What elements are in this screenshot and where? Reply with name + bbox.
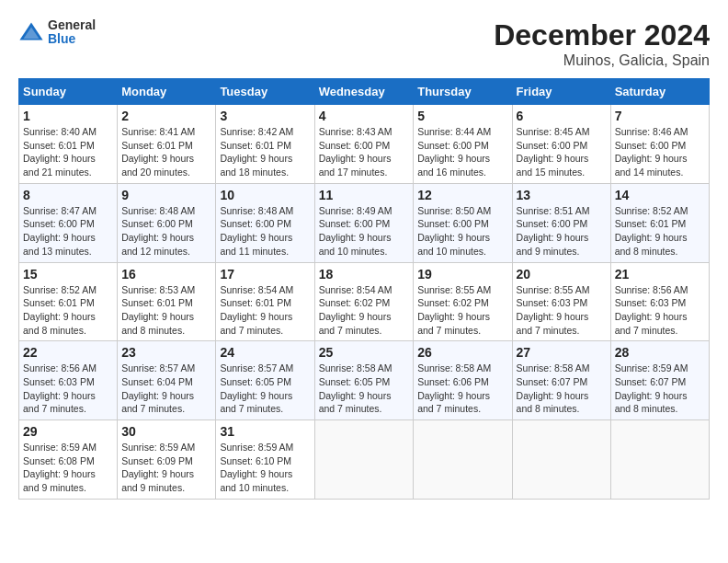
calendar-cell: 6 Sunrise: 8:45 AM Sunset: 6:00 PM Dayli… bbox=[512, 105, 610, 184]
sunrise-label: Sunrise: 8:54 AM bbox=[319, 284, 392, 295]
sunrise-label: Sunrise: 8:55 AM bbox=[517, 284, 590, 295]
day-number: 30 bbox=[121, 424, 211, 439]
sunrise-label: Sunrise: 8:50 AM bbox=[417, 205, 491, 216]
sunrise-label: Sunrise: 8:52 AM bbox=[615, 205, 688, 216]
calendar-cell bbox=[512, 420, 610, 500]
col-monday: Monday bbox=[118, 79, 216, 105]
daylight-label: Daylight: 9 hours and 7 minutes. bbox=[220, 311, 292, 336]
daylight-label: Daylight: 9 hours and 12 minutes. bbox=[121, 232, 194, 257]
col-tuesday: Tuesday bbox=[216, 79, 314, 105]
sunset-label: Sunset: 6:00 PM bbox=[517, 140, 588, 151]
calendar-cell: 29 Sunrise: 8:59 AM Sunset: 6:08 PM Dayl… bbox=[19, 420, 118, 500]
day-info: Sunrise: 8:48 AM Sunset: 6:00 PM Dayligh… bbox=[220, 204, 310, 259]
calendar-cell: 3 Sunrise: 8:42 AM Sunset: 6:01 PM Dayli… bbox=[216, 105, 314, 184]
calendar-cell: 2 Sunrise: 8:41 AM Sunset: 6:01 PM Dayli… bbox=[118, 105, 216, 184]
calendar-cell: 11 Sunrise: 8:49 AM Sunset: 6:00 PM Dayl… bbox=[314, 183, 414, 262]
calendar-cell: 28 Sunrise: 8:59 AM Sunset: 6:07 PM Dayl… bbox=[610, 341, 709, 420]
day-info: Sunrise: 8:59 AM Sunset: 6:10 PM Dayligh… bbox=[220, 441, 310, 495]
day-info: Sunrise: 8:58 AM Sunset: 6:05 PM Dayligh… bbox=[319, 362, 410, 416]
day-info: Sunrise: 8:55 AM Sunset: 6:02 PM Dayligh… bbox=[417, 283, 507, 338]
sunrise-label: Sunrise: 8:58 AM bbox=[417, 362, 491, 373]
day-number: 1 bbox=[23, 109, 113, 123]
day-info: Sunrise: 8:56 AM Sunset: 6:03 PM Dayligh… bbox=[615, 283, 705, 338]
sunset-label: Sunset: 6:00 PM bbox=[220, 218, 291, 229]
day-number: 22 bbox=[23, 345, 113, 360]
day-info: Sunrise: 8:56 AM Sunset: 6:03 PM Dayligh… bbox=[23, 362, 113, 416]
sunset-label: Sunset: 6:01 PM bbox=[220, 140, 291, 151]
sunset-label: Sunset: 6:00 PM bbox=[23, 218, 95, 229]
day-number: 29 bbox=[23, 424, 113, 439]
day-number: 2 bbox=[121, 109, 211, 123]
calendar-cell: 1 Sunrise: 8:40 AM Sunset: 6:01 PM Dayli… bbox=[19, 105, 118, 184]
daylight-label: Daylight: 9 hours and 10 minutes. bbox=[417, 232, 490, 257]
daylight-label: Daylight: 9 hours and 9 minutes. bbox=[23, 468, 96, 493]
sunset-label: Sunset: 6:03 PM bbox=[517, 297, 588, 308]
calendar-cell: 17 Sunrise: 8:54 AM Sunset: 6:01 PM Dayl… bbox=[216, 262, 314, 341]
daylight-label: Daylight: 9 hours and 7 minutes. bbox=[615, 311, 688, 336]
day-info: Sunrise: 8:41 AM Sunset: 6:01 PM Dayligh… bbox=[121, 125, 211, 179]
calendar-cell bbox=[314, 420, 414, 500]
sunset-label: Sunset: 6:08 PM bbox=[23, 455, 95, 466]
day-info: Sunrise: 8:45 AM Sunset: 6:00 PM Dayligh… bbox=[517, 125, 607, 179]
day-number: 5 bbox=[417, 109, 507, 123]
logo-general: General bbox=[48, 18, 96, 32]
sunrise-label: Sunrise: 8:44 AM bbox=[417, 126, 491, 137]
logo-text: General Blue bbox=[48, 18, 96, 47]
day-number: 28 bbox=[615, 345, 705, 360]
daylight-label: Daylight: 9 hours and 7 minutes. bbox=[517, 311, 589, 336]
day-info: Sunrise: 8:55 AM Sunset: 6:03 PM Dayligh… bbox=[517, 283, 607, 338]
daylight-label: Daylight: 9 hours and 10 minutes. bbox=[319, 232, 392, 257]
day-info: Sunrise: 8:52 AM Sunset: 6:01 PM Dayligh… bbox=[23, 283, 113, 338]
day-number: 8 bbox=[23, 188, 113, 202]
day-number: 24 bbox=[220, 345, 310, 360]
sunset-label: Sunset: 6:01 PM bbox=[615, 218, 687, 229]
day-number: 31 bbox=[220, 424, 310, 439]
sunrise-label: Sunrise: 8:41 AM bbox=[121, 126, 195, 137]
day-info: Sunrise: 8:51 AM Sunset: 6:00 PM Dayligh… bbox=[517, 204, 607, 259]
day-number: 7 bbox=[615, 109, 705, 123]
calendar-week-row: 15 Sunrise: 8:52 AM Sunset: 6:01 PM Dayl… bbox=[19, 262, 710, 341]
calendar-cell: 22 Sunrise: 8:56 AM Sunset: 6:03 PM Dayl… bbox=[19, 341, 118, 420]
title-block: December 2024 Muinos, Galicia, Spain bbox=[494, 18, 710, 69]
daylight-label: Daylight: 9 hours and 8 minutes. bbox=[23, 311, 96, 336]
day-info: Sunrise: 8:59 AM Sunset: 6:09 PM Dayligh… bbox=[121, 441, 211, 495]
day-number: 16 bbox=[121, 267, 211, 282]
daylight-label: Daylight: 9 hours and 7 minutes. bbox=[121, 390, 194, 415]
sunset-label: Sunset: 6:00 PM bbox=[615, 140, 687, 151]
daylight-label: Daylight: 9 hours and 15 minutes. bbox=[517, 153, 589, 178]
sunrise-label: Sunrise: 8:59 AM bbox=[23, 442, 97, 453]
calendar-cell: 10 Sunrise: 8:48 AM Sunset: 6:00 PM Dayl… bbox=[216, 183, 314, 262]
sunset-label: Sunset: 6:05 PM bbox=[319, 376, 391, 387]
day-info: Sunrise: 8:59 AM Sunset: 6:08 PM Dayligh… bbox=[23, 441, 113, 495]
day-info: Sunrise: 8:49 AM Sunset: 6:00 PM Dayligh… bbox=[319, 204, 410, 259]
daylight-label: Daylight: 9 hours and 7 minutes. bbox=[319, 311, 392, 336]
day-info: Sunrise: 8:46 AM Sunset: 6:00 PM Dayligh… bbox=[615, 125, 705, 179]
col-sunday: Sunday bbox=[19, 79, 118, 105]
day-number: 23 bbox=[121, 345, 211, 360]
day-info: Sunrise: 8:54 AM Sunset: 6:02 PM Dayligh… bbox=[319, 283, 410, 338]
sunset-label: Sunset: 6:02 PM bbox=[319, 297, 391, 308]
sunset-label: Sunset: 6:09 PM bbox=[121, 455, 193, 466]
calendar-week-row: 29 Sunrise: 8:59 AM Sunset: 6:08 PM Dayl… bbox=[19, 420, 710, 500]
day-number: 18 bbox=[319, 267, 410, 282]
daylight-label: Daylight: 9 hours and 7 minutes. bbox=[23, 390, 96, 415]
daylight-label: Daylight: 9 hours and 7 minutes. bbox=[417, 390, 490, 415]
day-info: Sunrise: 8:53 AM Sunset: 6:01 PM Dayligh… bbox=[121, 283, 211, 338]
sunrise-label: Sunrise: 8:45 AM bbox=[517, 126, 590, 137]
daylight-label: Daylight: 9 hours and 7 minutes. bbox=[319, 390, 392, 415]
day-number: 6 bbox=[517, 109, 607, 123]
day-number: 14 bbox=[615, 188, 705, 202]
sunset-label: Sunset: 6:10 PM bbox=[220, 455, 291, 466]
sunrise-label: Sunrise: 8:49 AM bbox=[319, 205, 392, 216]
calendar-cell: 14 Sunrise: 8:52 AM Sunset: 6:01 PM Dayl… bbox=[610, 183, 709, 262]
calendar-cell: 12 Sunrise: 8:50 AM Sunset: 6:00 PM Dayl… bbox=[414, 183, 512, 262]
calendar-cell: 31 Sunrise: 8:59 AM Sunset: 6:10 PM Dayl… bbox=[216, 420, 314, 500]
calendar-cell: 20 Sunrise: 8:55 AM Sunset: 6:03 PM Dayl… bbox=[512, 262, 610, 341]
sunrise-label: Sunrise: 8:40 AM bbox=[23, 126, 97, 137]
sunset-label: Sunset: 6:03 PM bbox=[23, 376, 95, 387]
sunset-label: Sunset: 6:02 PM bbox=[417, 297, 489, 308]
daylight-label: Daylight: 9 hours and 17 minutes. bbox=[319, 153, 392, 178]
calendar-cell: 26 Sunrise: 8:58 AM Sunset: 6:06 PM Dayl… bbox=[414, 341, 512, 420]
day-info: Sunrise: 8:47 AM Sunset: 6:00 PM Dayligh… bbox=[23, 204, 113, 259]
day-info: Sunrise: 8:52 AM Sunset: 6:01 PM Dayligh… bbox=[615, 204, 705, 259]
